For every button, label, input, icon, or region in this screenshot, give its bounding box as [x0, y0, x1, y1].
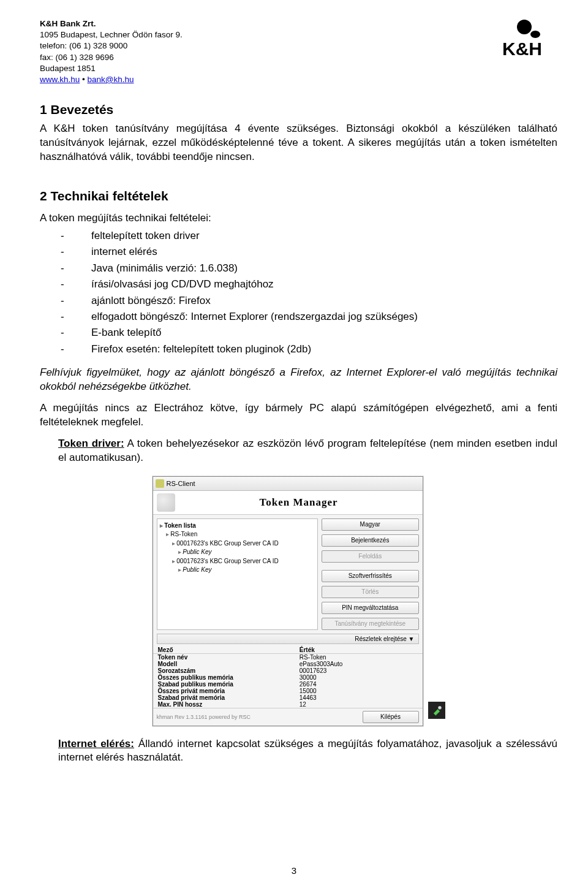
requirements-intro: A token megújítás technikai feltételei:: [40, 212, 557, 224]
tree-header: Token lista: [160, 522, 315, 531]
list-item: internet elérés: [91, 244, 157, 260]
list-item: írási/olvasási jog CD/DVD meghajtóhoz: [91, 276, 274, 292]
list-item: feltelepített token driver: [91, 228, 200, 244]
page-number: 3: [292, 865, 296, 876]
section-1-title: 1 Bevezetés: [40, 102, 557, 117]
company-email-link[interactable]: bank@kh.hu: [88, 75, 134, 84]
cert-view-button: Tanúsítvány megtekintése: [322, 618, 418, 630]
company-phone: telefon: (06 1) 328 9000: [40, 40, 183, 51]
tree-item[interactable]: Public Key: [178, 548, 315, 557]
unlock-button: Feloldás: [322, 550, 418, 563]
list-item: E-bank telepítő: [91, 325, 161, 341]
svg-point-0: [517, 20, 532, 34]
table-header-field: Mező: [158, 647, 300, 653]
logo: K&H: [502, 18, 557, 64]
window-title: RS-Client: [167, 480, 420, 487]
token-manager-titlebar: RS-Client: [153, 477, 423, 491]
pin-change-button[interactable]: PIN megváltoztatása: [322, 602, 418, 614]
table-row: Sorozatszám00017623: [153, 667, 423, 674]
token-tree: Token lista RS-Token 00017623's KBC Grou…: [157, 518, 318, 630]
list-item: ajánlott böngésző: Firefox: [91, 293, 211, 309]
login-button[interactable]: Bejelentkezés: [322, 534, 418, 547]
internet-label: Internet elérés:: [58, 738, 134, 749]
table-row: Szabad privát memória14463: [153, 694, 423, 701]
details-toggle[interactable]: Részletek elrejtése ▼: [157, 634, 419, 644]
firefox-note: Felhívjuk figyelmüket, hogy az ajánlott …: [40, 366, 557, 394]
token-driver-text: A token behelyezésekor az eszközön lévő …: [58, 438, 557, 463]
tree-item[interactable]: Public Key: [178, 566, 315, 575]
banner-title: Token Manager: [179, 496, 419, 509]
electra-note: A megújítás nincs az Electrához kötve, í…: [40, 401, 557, 430]
internet-access-paragraph: Internet elérés: Állandó internet kapcso…: [58, 737, 557, 765]
sw-refresh-button[interactable]: Szoftverfrissítés: [322, 570, 418, 582]
token-driver-label: Token driver:: [58, 438, 124, 449]
footer-version: khman Rev 1.3.1161 powered by RSC: [157, 714, 251, 720]
company-name: K&H Bank Zrt.: [40, 18, 183, 29]
company-info: K&H Bank Zrt. 1095 Budapest, Lechner Ödö…: [40, 18, 183, 85]
list-item: Firefox esetén: feltelepített token plug…: [91, 341, 311, 357]
company-website-link[interactable]: www.kh.hu: [40, 75, 80, 84]
table-row: Token névRS-Token: [153, 654, 423, 661]
list-item: Java (minimális verzió: 1.6.038): [91, 260, 238, 276]
requirements-list: -feltelepített token driver -internet el…: [61, 228, 557, 357]
section-2-title: 2 Technikai feltételek: [40, 189, 557, 203]
company-post: Budapest 1851: [40, 63, 183, 74]
table-row: ModellePass3003Auto: [153, 661, 423, 667]
svg-text:K&H: K&H: [502, 39, 542, 59]
delete-button: Törlés: [322, 586, 418, 598]
tree-item[interactable]: RS-Token: [166, 530, 315, 539]
tray-token-icon[interactable]: [428, 702, 445, 719]
token-driver-paragraph: Token driver: A token behelyezésekor az …: [58, 437, 557, 465]
language-button[interactable]: Magyar: [322, 518, 418, 531]
banner-logo-icon: [157, 493, 175, 512]
tree-item[interactable]: 00017623's KBC Group Server CA ID: [172, 539, 315, 548]
svg-point-1: [530, 31, 540, 38]
company-fax: fax: (06 1) 328 9696: [40, 52, 183, 63]
table-row: Összes privát memória15000: [153, 688, 423, 694]
table-header-value: Érték: [300, 647, 418, 653]
section-1-body: A K&H token tanúsítvány megújítása 4 éve…: [40, 122, 557, 164]
app-icon: [156, 479, 164, 488]
exit-button[interactable]: Kilépés: [363, 711, 419, 723]
list-item: elfogadott böngésző: Internet Explorer (…: [91, 309, 418, 325]
token-manager-window: RS-Client Token Manager Token lista RS-T…: [153, 476, 423, 726]
table-row: Max. PIN hossz12: [153, 701, 423, 708]
tree-item[interactable]: 00017623's KBC Group Server CA ID: [172, 557, 315, 566]
separator-dot: •: [80, 75, 87, 84]
table-row: Szabad publikus memória26674: [153, 681, 423, 688]
svg-point-3: [438, 706, 441, 709]
company-address: 1095 Budapest, Lechner Ödön fasor 9.: [40, 29, 183, 40]
kh-logo-icon: K&H: [502, 18, 557, 61]
table-row: Összes publikus memória30000: [153, 674, 423, 681]
